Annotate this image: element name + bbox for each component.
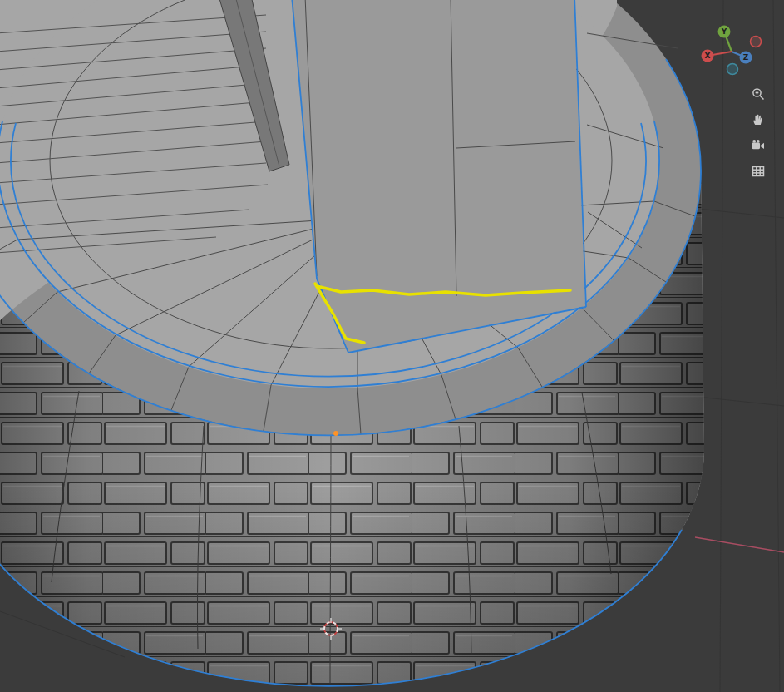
axis-ball-x[interactable]: X (702, 50, 714, 62)
camera-icon (751, 138, 766, 153)
gizmo-x-label: X (705, 52, 711, 60)
pan-button[interactable] (747, 109, 769, 131)
magnifier-plus-icon (751, 86, 766, 101)
camera-view-button[interactable] (747, 135, 769, 156)
axis-ball-neg-z[interactable] (727, 64, 738, 75)
grid-icon (751, 164, 766, 179)
axis-ball-y[interactable]: Y (718, 26, 731, 38)
mesh-pillar (291, 0, 586, 353)
gizmo-y-label: Y (721, 27, 727, 36)
viewport-toolbar (747, 83, 769, 182)
orthographic-toggle-button[interactable] (747, 161, 769, 182)
gizmo-z-label: Z (743, 53, 749, 62)
axis-ball-neg-x[interactable] (751, 37, 762, 47)
object-origin-dot (333, 431, 338, 436)
viewport-canvas[interactable] (0, 0, 784, 692)
zoom-in-button[interactable] (747, 83, 769, 105)
axis-ball-z[interactable]: Z (740, 52, 752, 64)
hand-icon (751, 112, 766, 127)
navigation-gizmo[interactable]: Y X Z (698, 18, 775, 88)
blender-3d-viewport: Y X Z (0, 0, 784, 692)
